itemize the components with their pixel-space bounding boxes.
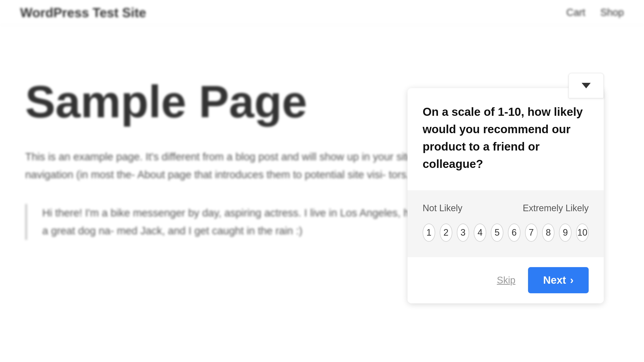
rating-btn-7[interactable]: 7 bbox=[525, 224, 538, 242]
rating-btn-4[interactable]: 4 bbox=[474, 224, 486, 242]
question-section: On a scale of 1-10, how likely would you… bbox=[408, 88, 604, 190]
rating-buttons: 12345678910 bbox=[423, 224, 589, 242]
skip-button[interactable]: Skip bbox=[497, 275, 515, 286]
nav-shop: Shop bbox=[600, 7, 624, 18]
survey-card: On a scale of 1-10, how likely would you… bbox=[408, 88, 604, 303]
collapse-button[interactable] bbox=[569, 73, 604, 98]
rating-btn-9[interactable]: 9 bbox=[559, 224, 572, 242]
footer-section: Skip Next › bbox=[408, 257, 604, 303]
site-nav: Cart Shop bbox=[566, 7, 624, 18]
rating-labels: Not Likely Extremely Likely bbox=[423, 203, 589, 213]
rating-btn-6[interactable]: 6 bbox=[508, 224, 520, 242]
page-content: Sample Page This is an example page. It'… bbox=[25, 30, 428, 240]
rating-section: Not Likely Extremely Likely 12345678910 bbox=[408, 190, 604, 257]
blockquote: Hi there! I'm a bike messenger by day, a… bbox=[25, 204, 428, 240]
nav-cart: Cart bbox=[566, 7, 585, 18]
arrow-right-icon: › bbox=[570, 274, 574, 286]
chevron-down-icon bbox=[582, 83, 591, 88]
rating-btn-5[interactable]: 5 bbox=[491, 224, 503, 242]
rating-btn-8[interactable]: 8 bbox=[542, 224, 555, 242]
rating-btn-3[interactable]: 3 bbox=[457, 224, 469, 242]
not-likely-label: Not Likely bbox=[423, 203, 462, 213]
extremely-likely-label: Extremely Likely bbox=[523, 203, 589, 213]
rating-btn-10[interactable]: 10 bbox=[576, 224, 589, 242]
page-title: Sample Page bbox=[25, 76, 428, 128]
rating-btn-1[interactable]: 1 bbox=[423, 224, 435, 242]
site-title: WordPress Test Site bbox=[20, 5, 146, 20]
next-label: Next bbox=[543, 274, 566, 286]
question-text: On a scale of 1-10, how likely would you… bbox=[423, 103, 589, 173]
survey-overlay: On a scale of 1-10, how likely would you… bbox=[408, 73, 604, 303]
next-button[interactable]: Next › bbox=[528, 267, 589, 293]
paragraph-1: This is an example page. It's different … bbox=[25, 148, 428, 184]
rating-btn-2[interactable]: 2 bbox=[440, 224, 452, 242]
site-header: WordPress Test Site Cart Shop bbox=[0, 0, 644, 25]
